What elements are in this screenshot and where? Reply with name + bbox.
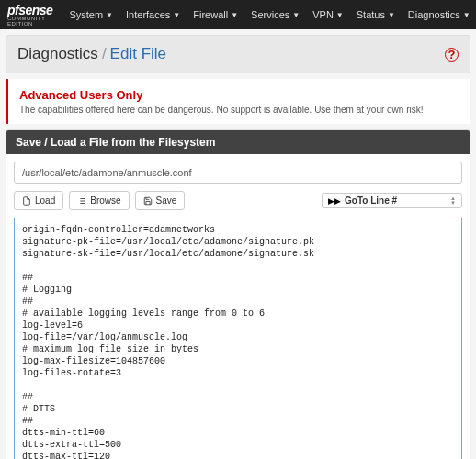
logo-edition: COMMUNITY EDITION — [7, 16, 52, 27]
caret-icon: ▼ — [173, 11, 180, 19]
caret-icon: ▼ — [336, 11, 344, 19]
top-navbar: pfsense COMMUNITY EDITION System▼ Interf… — [0, 0, 476, 29]
goto-line-control[interactable]: ▶▶ GoTo Line # ▲▼ — [322, 193, 462, 208]
breadcrumb-main[interactable]: Diagnostics — [17, 45, 98, 63]
goto-label: GoTo Line # — [345, 196, 397, 206]
caret-icon: ▼ — [231, 11, 238, 19]
caret-icon: ▼ — [292, 11, 300, 19]
file-editor[interactable]: origin-fqdn-controller=adamnetworks sign… — [14, 218, 462, 459]
alert-text: The capabilities offered here can be dan… — [19, 105, 459, 115]
file-path-input[interactable] — [14, 162, 462, 184]
panel-title: Save / Load a File from the Filesystem — [6, 130, 470, 154]
breadcrumb-separator: / — [102, 45, 107, 63]
breadcrumb-sub[interactable]: Edit File — [110, 45, 166, 63]
nav-services[interactable]: Services▼ — [245, 6, 305, 24]
nav-diagnostics[interactable]: Diagnostics▼ — [402, 6, 476, 24]
nav-vpn[interactable]: VPN▼ — [307, 6, 349, 24]
browse-button[interactable]: Browse — [69, 191, 129, 210]
warning-alert: Advanced Users Only The capabilities off… — [6, 79, 470, 124]
save-button[interactable]: Save — [135, 191, 186, 210]
load-button[interactable]: Load — [14, 191, 63, 210]
breadcrumb: Diagnostics / Edit File ? — [6, 35, 470, 73]
nav-status[interactable]: Status▼ — [351, 6, 401, 24]
caret-icon: ▼ — [106, 11, 113, 19]
list-icon — [77, 196, 86, 206]
caret-icon: ▼ — [388, 11, 395, 19]
fast-forward-icon: ▶▶ — [328, 196, 341, 206]
nav-firewall[interactable]: Firewall▼ — [187, 6, 244, 24]
file-icon — [22, 196, 31, 206]
help-icon[interactable]: ? — [445, 48, 459, 62]
goto-line-input[interactable] — [401, 196, 447, 206]
alert-title: Advanced Users Only — [19, 88, 459, 102]
caret-icon: ▼ — [463, 11, 470, 19]
logo[interactable]: pfsense COMMUNITY EDITION — [7, 3, 52, 27]
nav-interfaces[interactable]: Interfaces▼ — [120, 6, 186, 24]
number-spinner[interactable]: ▲▼ — [450, 196, 456, 206]
save-icon — [143, 196, 153, 206]
file-panel: Save / Load a File from the Filesystem L… — [6, 129, 470, 459]
toolbar: Load Browse Save ▶▶ GoTo Line # ▲▼ — [14, 191, 462, 210]
nav-menu: System▼ Interfaces▼ Firewall▼ Services▼ … — [63, 6, 476, 24]
nav-system[interactable]: System▼ — [63, 6, 119, 24]
